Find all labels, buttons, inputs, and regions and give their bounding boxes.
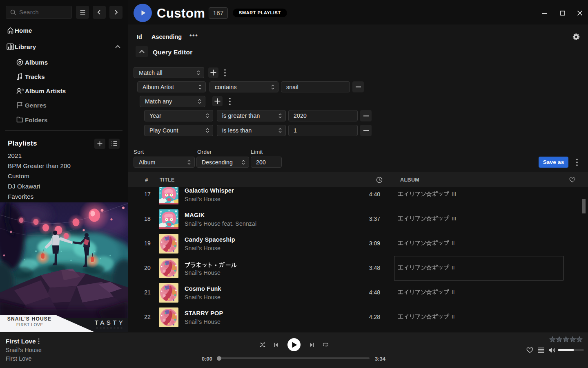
svg-text:SNAIL'S HOUSE: SNAIL'S HOUSE [7,316,51,322]
svg-text:FIRST LOVE: FIRST LOVE [16,323,43,327]
svg-text:TASTY: TASTY [95,319,125,326]
